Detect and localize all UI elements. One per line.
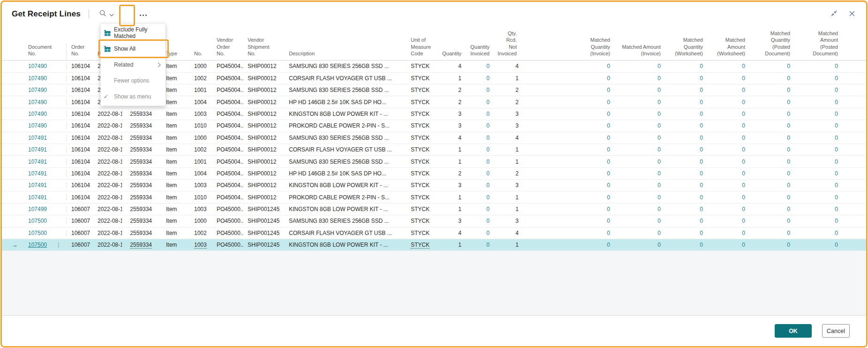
- cell-mqpd[interactable]: 0: [750, 194, 795, 201]
- cell-vship[interactable]: SHIP00012: [244, 122, 285, 129]
- cell-vorder[interactable]: PO45004...: [213, 194, 244, 201]
- cell-mqw[interactable]: 0: [665, 146, 708, 153]
- cell-mqpd[interactable]: 0: [750, 218, 795, 224]
- cell-qtyinv[interactable]: 0: [466, 75, 494, 82]
- cell-qty[interactable]: 1: [443, 146, 466, 153]
- cell-date[interactable]: 2022-08-19: [93, 159, 122, 165]
- cell-uom[interactable]: STYCK: [405, 182, 443, 189]
- cell-mai[interactable]: 0: [615, 218, 665, 224]
- cell-vship[interactable]: SHIP001245: [244, 206, 285, 212]
- cell-mqpd[interactable]: 0: [750, 75, 795, 82]
- column-header-mai[interactable]: Matched Amount (Invoice): [615, 44, 665, 61]
- cell-uom[interactable]: STYCK: [405, 206, 443, 212]
- cell-doc[interactable]: 107490: [23, 63, 67, 69]
- cell-desc[interactable]: KINGSTON 8GB LOW POWER KIT - ...: [285, 206, 405, 212]
- cell-date[interactable]: 2022-08-19: [93, 146, 122, 153]
- column-header-uom[interactable]: Unit of Measure Code: [405, 37, 443, 60]
- column-header-mqpd[interactable]: Matched Quantity (Posted Document): [750, 30, 795, 60]
- cell-doc[interactable]: 107490: [23, 75, 67, 82]
- cell-vorder[interactable]: PO45000...: [213, 218, 244, 224]
- menu-item-show-all[interactable]: Show All: [101, 41, 165, 57]
- cell-mqw[interactable]: 0: [665, 122, 708, 129]
- cell-vorder[interactable]: PO45004...: [213, 122, 244, 129]
- cell-mqw[interactable]: 0: [665, 87, 708, 93]
- search-button[interactable]: [96, 8, 117, 21]
- cell-mqi[interactable]: 0: [523, 63, 615, 69]
- cell-order[interactable]: 106104: [67, 87, 93, 93]
- cell-type[interactable]: Item: [161, 111, 189, 117]
- table-row[interactable]: →107500⋮1060072022-08-192559334Item1003P…: [2, 239, 866, 251]
- cell-mqi[interactable]: 0: [523, 146, 615, 153]
- cell-maw[interactable]: 0: [708, 75, 750, 82]
- column-header-maw[interactable]: Matched Amount (Worksheet): [708, 37, 750, 60]
- cell-doc[interactable]: 107500: [23, 230, 67, 236]
- cell-mai[interactable]: 0: [615, 194, 665, 201]
- cell-date[interactable]: 2022-08-19: [93, 242, 122, 248]
- cell-qtyinv[interactable]: 0: [466, 218, 494, 224]
- cell-qtyinv[interactable]: 0: [466, 135, 494, 141]
- cell-date[interactable]: 2022-08-19: [93, 111, 122, 117]
- cell-qty[interactable]: 1: [443, 242, 466, 248]
- cell-mqi[interactable]: 0: [523, 87, 615, 93]
- cell-date[interactable]: 2022-08-19: [93, 135, 122, 141]
- cell-mqi[interactable]: 0: [523, 242, 615, 248]
- cell-mapd[interactable]: 0: [795, 75, 843, 82]
- cell-doc[interactable]: 107500⋮: [23, 242, 67, 248]
- cell-order[interactable]: 106007: [67, 206, 93, 212]
- menu-item-related[interactable]: Related: [101, 57, 165, 73]
- column-header-type[interactable]: Type: [161, 50, 189, 60]
- cell-mapd[interactable]: 0: [795, 63, 843, 69]
- cell-maw[interactable]: 0: [708, 170, 750, 177]
- table-row[interactable]: 1074991060072022-08-192559334Item1003PO4…: [2, 204, 866, 215]
- cell-mapd[interactable]: 0: [795, 159, 843, 165]
- cell-vship[interactable]: SHIP001245: [244, 230, 285, 236]
- cell-type[interactable]: Item: [161, 135, 189, 141]
- cell-mqpd[interactable]: 0: [750, 87, 795, 93]
- cell-no[interactable]: 1000: [189, 63, 213, 69]
- cell-doc[interactable]: 107491: [23, 146, 67, 153]
- cell-maw[interactable]: 0: [708, 230, 750, 236]
- cancel-button[interactable]: Cancel: [822, 324, 850, 338]
- cell-qtyinv[interactable]: 0: [466, 99, 494, 106]
- cell-vship[interactable]: SHIP00012: [244, 87, 285, 93]
- row-options-dots-icon[interactable]: ⋮: [53, 242, 61, 248]
- cell-vorder[interactable]: PO45004...: [213, 87, 244, 93]
- cell-order[interactable]: 106104: [67, 135, 93, 141]
- cell-uom[interactable]: STYCK: [405, 218, 443, 224]
- cell-qtyrcd[interactable]: 1: [494, 194, 523, 201]
- cell-no[interactable]: 1004: [189, 99, 213, 106]
- cell-type[interactable]: Item: [161, 122, 189, 129]
- cell-desc[interactable]: CORSAIR FLASH VOYAGER GT USB ...: [285, 230, 405, 236]
- cell-order[interactable]: 106104: [67, 194, 93, 201]
- cell-order[interactable]: 106104: [67, 75, 93, 82]
- cell-doc[interactable]: 107500: [23, 218, 67, 224]
- cell-type[interactable]: Item: [161, 242, 189, 248]
- cell-uom[interactable]: STYCK: [405, 146, 443, 153]
- cell-maw[interactable]: 0: [708, 242, 750, 248]
- cell-type[interactable]: Item: [161, 75, 189, 82]
- cell-qtyinv[interactable]: 0: [466, 159, 494, 165]
- cell-mqw[interactable]: 0: [665, 242, 708, 248]
- cell-mqi[interactable]: 0: [523, 218, 615, 224]
- cell-date[interactable]: 2022-08-19: [93, 218, 122, 224]
- cell-type[interactable]: Item: [161, 170, 189, 177]
- cell-mqi[interactable]: 0: [523, 122, 615, 129]
- cell-maw[interactable]: 0: [708, 182, 750, 189]
- cell-qtyrcd[interactable]: 4: [494, 230, 523, 236]
- cell-mai[interactable]: 0: [615, 230, 665, 236]
- menu-item-show-as-menu[interactable]: ✓Show as menu: [101, 89, 165, 105]
- cell-maw[interactable]: 0: [708, 206, 750, 212]
- cell-vship[interactable]: SHIP001245: [244, 242, 285, 248]
- cell-mqw[interactable]: 0: [665, 135, 708, 141]
- cell-qtyrcd[interactable]: 2: [494, 99, 523, 106]
- cell-mqw[interactable]: 0: [665, 194, 708, 201]
- cell-mqw[interactable]: 0: [665, 75, 708, 82]
- cell-vship[interactable]: SHIP00012: [244, 99, 285, 106]
- cell-desc[interactable]: SAMSUNG 830 SERIES 256GB SSD ...: [285, 87, 405, 93]
- cell-qtyinv[interactable]: 0: [466, 170, 494, 177]
- table-row[interactable]: 1074911061042022-08-192559334Item1004PO4…: [2, 168, 866, 180]
- cell-mqpd[interactable]: 0: [750, 230, 795, 236]
- cell-mqw[interactable]: 0: [665, 182, 708, 189]
- cell-qty[interactable]: 3: [443, 122, 466, 129]
- cell-vorder[interactable]: PO45000...: [213, 242, 244, 248]
